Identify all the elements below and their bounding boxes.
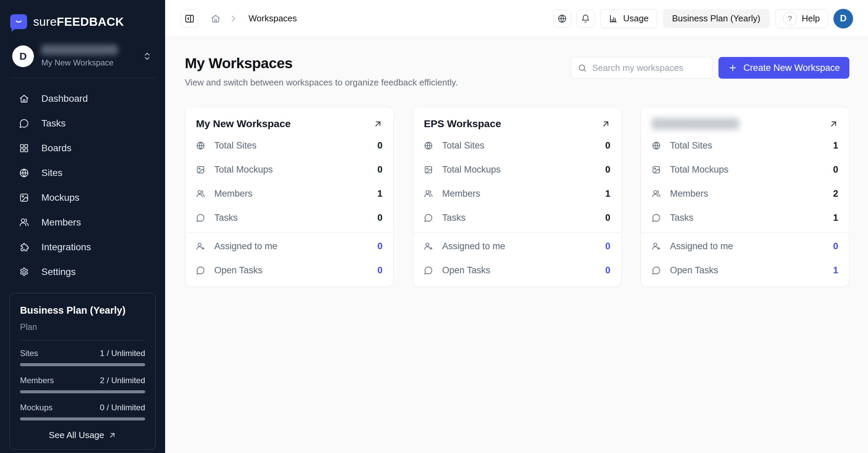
breadcrumb-home-icon[interactable] [211,14,221,24]
usage-label: Mockups [20,403,53,412]
stat-value-link[interactable]: 1 [833,265,838,276]
usage-progress-bar [20,417,145,420]
nav-label: Members [41,217,81,228]
sidebar-item-settings[interactable]: Settings [0,259,165,284]
stat-value-link[interactable]: 0 [605,241,610,252]
open-workspace-icon[interactable] [829,119,838,129]
stat-value: 0 [605,213,610,223]
users-icon [19,217,29,228]
stat-value: 0 [605,140,610,151]
sidebar-item-sites[interactable]: Sites [0,160,165,185]
stat-row-tasks: Tasks0 [185,206,393,230]
sidebar-item-members[interactable]: Members [0,210,165,235]
current-workspace-label: My New Workspace [41,58,134,67]
gear-icon [19,267,29,277]
plan-subtitle: Plan [20,322,145,332]
stat-value: 1 [605,189,610,199]
topbar-actions: Usage Business Plan (Yearly) ?Help D [553,9,853,28]
card-divider [185,233,393,233]
sidebar-item-mockups[interactable]: Mockups [0,185,165,210]
globe-icon [424,141,433,150]
stat-row-assigned-to-me: Assigned to me0 [185,234,393,258]
globe-icon [196,141,205,150]
stat-value: 0 [377,213,382,223]
panel-collapse-icon [184,14,195,24]
globe-icon [557,14,567,23]
bar-chart-icon [609,14,618,23]
globe-icon [652,141,661,150]
workspace-card-title: My New Workspace [196,118,291,130]
create-workspace-label: Create New Workspace [743,63,840,73]
home-icon [19,94,29,104]
chat-bubble-icon [652,213,661,222]
stat-label: Tasks [214,213,377,223]
plan-divider [20,340,145,340]
usage-row-members: Members 2 / Unlimited [20,376,145,393]
notifications-button[interactable] [577,10,594,27]
workspace-card: Total Sites1 Total Mockups0 Members2 Tas… [640,107,849,287]
see-all-usage-link[interactable]: See All Usage [20,430,145,440]
image-icon [196,165,205,174]
stat-value: 0 [833,164,838,175]
nav-label: Sites [41,168,62,178]
sidebar-collapse-button[interactable] [181,10,198,27]
stat-label: Members [670,189,833,199]
chat-bubble-icon [652,266,661,275]
workspace-card: EPS Workspace Total Sites0 Total Mockups… [413,107,622,287]
stat-label: Open Tasks [670,265,833,276]
nav-label: Settings [41,267,76,277]
see-all-usage-label: See All Usage [49,430,104,440]
stat-label: Total Sites [670,140,833,151]
workspace-card: My New Workspace Total Sites0 Total Mock… [185,107,394,287]
chevrons-up-down-icon[interactable] [141,51,153,62]
sidebar: sureFEEDBACK D My New Workspace Dashboar… [0,0,165,453]
help-button[interactable]: ?Help [775,9,828,28]
stat-value-link[interactable]: 0 [377,241,382,252]
usage-progress-bar [20,363,145,366]
workspace-card-title-redacted [652,118,739,130]
stat-value: 0 [605,164,610,175]
create-workspace-button[interactable]: Create New Workspace [718,57,849,79]
language-button[interactable] [553,10,571,27]
stat-row-tasks: Tasks0 [413,206,621,230]
image-icon [19,193,29,203]
stat-value: 0 [377,140,382,151]
sidebar-item-boards[interactable]: Boards [0,136,165,160]
users-icon [652,189,661,198]
chat-bubble-icon [424,213,433,222]
stat-value: 0 [377,164,382,175]
stat-label: Tasks [442,213,605,223]
user-meta: My New Workspace [41,45,134,67]
search-input[interactable] [592,63,705,73]
brand-logo-icon [10,14,27,29]
stat-value-link[interactable]: 0 [833,241,838,252]
stat-label: Total Sites [214,140,377,151]
usage-value: 0 / Unlimited [100,403,145,412]
users-icon [424,189,433,198]
plan-badge[interactable]: Business Plan (Yearly) [663,9,770,28]
stat-label: Open Tasks [214,265,377,276]
sidebar-item-integrations[interactable]: Integrations [0,235,165,259]
stat-row-assigned-to-me: Assigned to me0 [413,234,621,258]
workspace-switcher[interactable]: D My New Workspace [12,45,153,67]
usage-button[interactable]: Usage [600,9,657,28]
usage-progress-bar [20,390,145,393]
sidebar-item-dashboard[interactable]: Dashboard [0,86,165,111]
question-icon: ? [783,12,797,25]
stat-value-link[interactable]: 0 [377,265,382,276]
stat-label: Total Mockups [442,164,605,175]
stat-label: Open Tasks [442,265,605,276]
image-icon [652,165,661,174]
plan-title: Business Plan (Yearly) [20,305,145,316]
sidebar-item-tasks[interactable]: Tasks [0,111,165,136]
user-avatar[interactable]: D [833,9,853,28]
stat-value-link[interactable]: 0 [605,265,610,276]
header-actions: Create New Workspace [571,57,849,79]
image-icon [424,165,433,174]
open-workspace-icon[interactable] [601,119,610,129]
search-icon [578,63,587,73]
plus-icon [728,63,737,73]
open-workspace-icon[interactable] [373,119,382,129]
stat-row-total-mockups: Total Mockups0 [413,158,621,182]
stat-label: Members [214,189,377,199]
